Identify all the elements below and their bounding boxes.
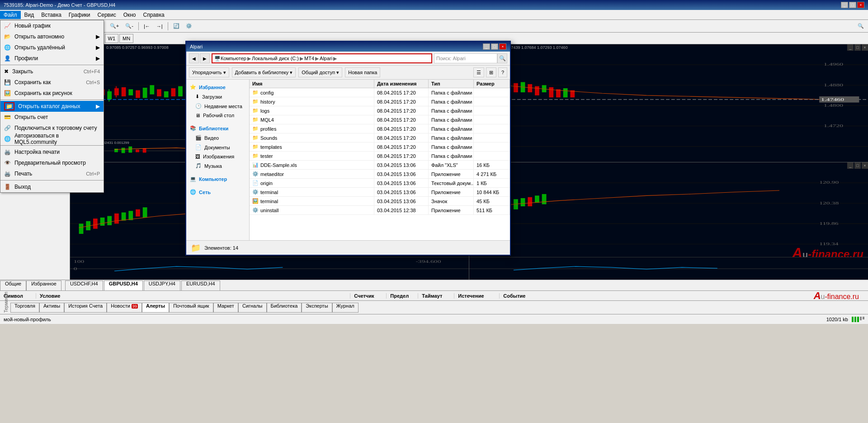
add-library-btn[interactable]: Добавить в библиотеку ▾ xyxy=(232,67,296,77)
tab-gbpusd[interactable]: GBPUSD,H4 xyxy=(104,280,143,290)
menu-open-remote[interactable]: 🌐Открыть удалённый▶ xyxy=(0,42,104,53)
search-button[interactable]: 🔍 xyxy=(497,53,507,63)
tab-alerts[interactable]: Алерты xyxy=(142,303,169,313)
menu-insert[interactable]: Вставка xyxy=(38,11,65,19)
dialog-minimize-btn[interactable]: _ xyxy=(483,43,490,50)
menu-profiles[interactable]: 👤Профили▶ xyxy=(0,53,104,64)
chart2-minimize[interactable]: _ xyxy=(847,44,854,51)
minimize-button[interactable]: _ xyxy=(841,2,848,8)
file-list-row[interactable]: 📁 logs 08.04.2015 17:20 Папка с файлами xyxy=(250,106,510,115)
file-list-row[interactable]: 📄 origin 03.04.2015 13:06 Текстовый доку… xyxy=(250,179,510,188)
nav-desktop[interactable]: 🖥 Рабочий стол xyxy=(186,111,249,120)
path-alpari[interactable]: Alpari xyxy=(320,56,332,61)
tab-news[interactable]: Новости 99 xyxy=(107,303,142,313)
dialog-close-btn[interactable]: × xyxy=(499,43,506,50)
path-mt4[interactable]: MT4 xyxy=(304,56,314,61)
file-list-row[interactable]: ⚙️ terminal 03.04.2015 13:06 Приложение … xyxy=(250,188,510,197)
menu-file[interactable]: Файл xyxy=(0,11,21,19)
menu-save-as[interactable]: 💾Сохранить какCtrl+S xyxy=(0,77,104,88)
tab-mailbox[interactable]: Почтовый ящик xyxy=(169,303,213,313)
view-list-btn[interactable]: ☰ xyxy=(473,67,484,77)
menu-open-offline[interactable]: 📂Открыть автономно▶ xyxy=(0,31,104,42)
chart2-maximize[interactable]: □ xyxy=(854,44,861,51)
header-type[interactable]: Тип xyxy=(429,80,474,88)
file-list-row[interactable]: ⚙️ uninstall 03.04.2015 12:38 Приложение… xyxy=(250,206,510,215)
organize-btn[interactable]: Упорядочить ▾ xyxy=(189,67,229,77)
menu-exit[interactable]: 🚪Выход xyxy=(0,181,104,192)
file-list-row[interactable]: 📊 DDE-Sample.xls 03.04.2015 13:06 Файл "… xyxy=(250,161,510,170)
menu-view[interactable]: Вид xyxy=(21,11,38,19)
chart4-minimize[interactable]: _ xyxy=(847,162,854,169)
nav-downloads[interactable]: ⬇ Загрузки xyxy=(186,92,249,101)
menu-new-chart[interactable]: 📈Новый график xyxy=(0,20,104,31)
chart-gbpusd[interactable]: GBPUSD,H4 1.07439 1.07684 1.07293 1.0746… xyxy=(469,44,868,162)
menu-print-setup[interactable]: 🖨️Настройка печати xyxy=(0,147,104,157)
tab-usdchf[interactable]: USDCHF,H4 xyxy=(65,280,103,290)
period-sep-btn[interactable]: |← xyxy=(142,21,152,31)
menu-service[interactable]: Сервис xyxy=(94,11,120,19)
nav-recent[interactable]: 🕒 Недавние места xyxy=(186,101,249,111)
new-folder-btn[interactable]: Новая папка xyxy=(345,67,380,77)
menu-connect-trade[interactable]: 🔗Подключиться к торговому счету xyxy=(0,123,104,133)
tab-general[interactable]: Общие xyxy=(0,280,26,290)
menu-mql5-auth[interactable]: 🌐Авторизоваться в MQL5.community xyxy=(0,133,104,144)
file-list-row[interactable]: 📁 history 08.04.2015 17:20 Папка с файла… xyxy=(250,97,510,106)
file-list-row[interactable]: ⚙️ metaeditor 03.04.2015 13:06 Приложени… xyxy=(250,170,510,179)
tab-signals[interactable]: Сигналы xyxy=(238,303,267,313)
tab-usdjpy[interactable]: USDJPY,H4 xyxy=(144,280,180,290)
menu-print[interactable]: 🖨️ПечатьCtrl+P xyxy=(0,168,104,179)
tab-eurusd[interactable]: EURUSD,H4 xyxy=(181,280,220,290)
tf-mn[interactable]: MN xyxy=(119,34,133,43)
nav-network[interactable]: 🌐 Сеть xyxy=(186,187,249,197)
file-list-row[interactable]: 📁 templates 08.04.2015 17:20 Папка с фай… xyxy=(250,143,510,152)
file-list-row[interactable]: 📁 tester 08.04.2015 17:20 Папка с файлам… xyxy=(250,152,510,161)
maximize-button[interactable]: □ xyxy=(849,2,856,8)
tf-w1[interactable]: W1 xyxy=(105,34,119,43)
tab-account-history[interactable]: История Счета xyxy=(64,303,107,313)
chart2-close[interactable]: × xyxy=(862,44,868,51)
search-btn[interactable]: 🔍 xyxy=(855,21,866,31)
nav-images[interactable]: 🖼 Изображения xyxy=(186,152,249,161)
dialog-maximize-btn[interactable]: □ xyxy=(491,43,498,50)
refresh-btn[interactable]: 🔄 xyxy=(171,21,182,31)
address-path-bar[interactable]: 🖥️ Компьютер ▶ Локальный диск (C:) ▶ MT4… xyxy=(212,53,432,63)
chart-bottom-right[interactable]: _ □ × 120.90 120.38 119.86 119.34 xyxy=(469,162,868,280)
menu-help[interactable]: Справка xyxy=(140,11,168,19)
search-input[interactable]: Поиск: Alpari xyxy=(434,53,497,63)
nav-video[interactable]: 🎬 Видео xyxy=(186,133,249,143)
zoom-out-btn[interactable]: 🔍- xyxy=(123,21,136,31)
share-btn[interactable]: Общий доступ ▾ xyxy=(298,67,342,77)
menu-window[interactable]: Окно xyxy=(120,11,140,19)
view-grid-btn[interactable]: ⊞ xyxy=(486,67,496,77)
nav-music[interactable]: 🎵 Музыка xyxy=(186,161,249,171)
tab-assets[interactable]: Активы xyxy=(39,303,64,313)
chart4-close[interactable]: × xyxy=(862,162,868,169)
menu-print-preview[interactable]: 👁️Предварительный просмотр xyxy=(0,157,104,168)
chart4-maximize[interactable]: □ xyxy=(854,162,861,169)
forward-btn[interactable]: ▶ xyxy=(200,53,210,63)
file-list-row[interactable]: 📁 Sounds 08.04.2015 17:20 Папка с файлам… xyxy=(250,133,510,143)
tab-journal[interactable]: Журнал xyxy=(332,303,359,313)
menu-open-account[interactable]: 💳Открыть счет xyxy=(0,112,104,123)
close-button[interactable]: × xyxy=(857,2,864,8)
scroll-right-btn[interactable]: →| xyxy=(154,21,165,31)
tab-experts-log[interactable]: Эксперты xyxy=(302,303,332,313)
tab-trading[interactable]: Торговля xyxy=(10,303,39,313)
tab-library[interactable]: Библиотека xyxy=(267,303,302,313)
path-disk[interactable]: Локальный диск (C:) xyxy=(252,56,299,61)
back-btn[interactable]: ◀ xyxy=(189,53,199,63)
tab-market[interactable]: Маркет xyxy=(213,303,238,313)
file-list-row[interactable]: 🖼️ terminal 03.04.2015 13:06 Значок 45 К… xyxy=(250,197,510,206)
tab-favorites[interactable]: Избранное xyxy=(26,280,61,290)
config-btn[interactable]: ⚙️ xyxy=(184,21,194,31)
zoom-in-btn[interactable]: 🔍+ xyxy=(108,21,121,31)
menu-charts[interactable]: Графики xyxy=(65,11,94,19)
nav-documents[interactable]: 📄 Документы xyxy=(186,143,249,152)
help-btn[interactable]: ? xyxy=(498,67,507,77)
file-list-row[interactable]: 📁 profiles 08.04.2015 17:20 Папка с файл… xyxy=(250,124,510,133)
header-size[interactable]: Размер xyxy=(474,80,510,88)
menu-close[interactable]: ✖ЗакрытьCtrl+F4 xyxy=(0,66,104,77)
menu-open-data-folder[interactable]: 📁Открыть каталог данных▶ xyxy=(0,101,104,112)
header-date[interactable]: Дата изменения xyxy=(374,80,429,88)
file-list-row[interactable]: 📁 config 08.04.2015 17:20 Папка с файлам… xyxy=(250,88,510,97)
